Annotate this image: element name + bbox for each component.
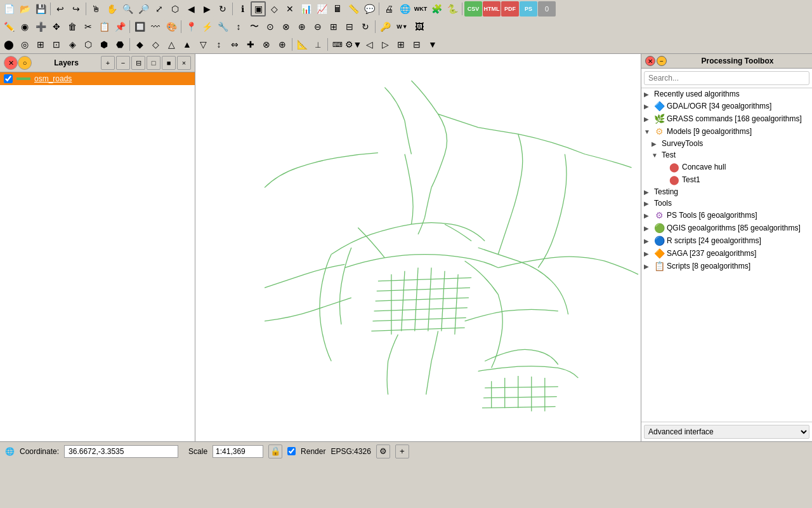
merge-btn[interactable]: ⊞ bbox=[326, 19, 341, 34]
snap-btn[interactable]: 🔲 bbox=[132, 19, 147, 34]
remove-layer-btn[interactable]: − bbox=[116, 56, 130, 70]
tree-item-ps-tools[interactable]: ▶ ⚙ PS Tools [6 geoalgorithms] bbox=[641, 209, 812, 222]
render-checkbox[interactable] bbox=[287, 447, 296, 455]
tree-item-testing[interactable]: ▶ Testing bbox=[641, 186, 812, 197]
coordinate-input[interactable] bbox=[64, 445, 178, 458]
pdf-btn[interactable]: PDF bbox=[501, 1, 519, 17]
add-layer-btn[interactable]: + bbox=[101, 56, 115, 70]
delete-btn[interactable]: 🗑 bbox=[65, 19, 80, 34]
counter-btn[interactable]: 0 bbox=[538, 1, 556, 17]
tree-item-test1[interactable]: ⬤ Test1 bbox=[641, 173, 812, 186]
cut-btn[interactable]: ✂ bbox=[81, 19, 96, 34]
rotate-btn[interactable]: ↻ bbox=[358, 19, 373, 34]
move-feature-btn[interactable]: ✥ bbox=[49, 19, 64, 34]
open-styling-btn[interactable]: □ bbox=[147, 56, 160, 70]
zoom-full-btn[interactable]: ⤢ bbox=[152, 1, 167, 17]
zoom-prev-btn[interactable]: ◀ bbox=[183, 1, 199, 17]
print-btn[interactable]: 🖨 bbox=[381, 1, 396, 17]
vect17-btn[interactable]: ⊗ bbox=[259, 37, 274, 52]
vect16-btn[interactable]: ✚ bbox=[243, 37, 258, 52]
terminal-btn[interactable]: ⌨ bbox=[330, 37, 345, 52]
tree-item-r-scripts[interactable]: ▶ 🔵 R scripts [24 geoalgorithms] bbox=[641, 234, 812, 247]
select-btn[interactable]: 🖱 bbox=[88, 1, 103, 17]
close-layers-x-btn[interactable]: ✕ bbox=[4, 56, 18, 70]
zoom-out-btn[interactable]: 🔎 bbox=[136, 1, 151, 17]
vect15-btn[interactable]: ⇔ bbox=[227, 37, 242, 52]
fill-btn[interactable]: 🎨 bbox=[164, 19, 179, 34]
tree-item-grass[interactable]: ▶ 🌿 GRASS commands [168 geoalgorithms] bbox=[641, 112, 812, 125]
edit-extra-btn[interactable]: 🔑 bbox=[377, 19, 393, 34]
pan-btn[interactable]: ✋ bbox=[104, 1, 119, 17]
vect13-btn[interactable]: ▽ bbox=[195, 37, 211, 52]
vect4-btn[interactable]: ⊡ bbox=[49, 37, 64, 52]
edit-node-btn[interactable]: ◉ bbox=[17, 19, 32, 34]
epsg-settings-btn[interactable]: ⚙ bbox=[376, 444, 390, 458]
vect6-btn[interactable]: ⬡ bbox=[81, 37, 96, 52]
interface-mode-select[interactable]: Advanced interface Simplified interface bbox=[644, 425, 809, 439]
snap-tol-btn[interactable]: 📐 bbox=[294, 37, 310, 52]
vect12-btn[interactable]: ▲ bbox=[180, 37, 195, 52]
ext3-btn[interactable]: ⊞ bbox=[393, 37, 409, 52]
ps-btn[interactable]: PS bbox=[520, 1, 537, 17]
close-layers-o-btn[interactable]: ○ bbox=[18, 56, 32, 70]
styling-btn[interactable]: ■ bbox=[162, 56, 176, 70]
tree-item-models[interactable]: ▼ ⚙ Models [9 geoalgorithms] bbox=[641, 125, 812, 138]
open-attr-btn[interactable]: 📊 bbox=[298, 1, 313, 17]
simplify-btn[interactable]: 〜 bbox=[247, 19, 262, 34]
zoom-layer-btn[interactable]: ⬡ bbox=[167, 1, 183, 17]
refresh-btn[interactable]: ↻ bbox=[215, 1, 230, 17]
vect1-btn[interactable]: ⬤ bbox=[1, 37, 16, 52]
layer-visibility-checkbox[interactable] bbox=[4, 74, 13, 83]
plugin-btn[interactable]: 🧩 bbox=[429, 1, 444, 17]
browser-btn[interactable]: 🌐 bbox=[397, 1, 412, 17]
tree-item-scripts[interactable]: ▶ 📋 Scripts [8 geoalgorithms] bbox=[641, 260, 812, 272]
vect3-btn[interactable]: ⊞ bbox=[33, 37, 48, 52]
filter-layers-btn[interactable]: ⊟ bbox=[131, 56, 145, 70]
identify-btn[interactable]: ℹ bbox=[235, 1, 250, 17]
new-project-btn[interactable]: 📄 bbox=[1, 1, 16, 17]
save-btn[interactable]: 💾 bbox=[33, 1, 48, 17]
undo-btn[interactable]: ↩ bbox=[53, 1, 68, 17]
map-area[interactable] bbox=[195, 54, 641, 441]
tree-item-saga[interactable]: ▶ 🔶 SAGA [237 geoalgorithms] bbox=[641, 247, 812, 260]
vect5-btn[interactable]: ◈ bbox=[65, 37, 80, 52]
vect18-btn[interactable]: ⊕ bbox=[275, 37, 290, 52]
offset-btn[interactable]: ↕ bbox=[231, 19, 246, 34]
scale-input[interactable] bbox=[213, 445, 263, 458]
trace-btn[interactable]: 〰 bbox=[148, 19, 163, 34]
vect9-btn[interactable]: ◆ bbox=[132, 37, 147, 52]
tree-item-test[interactable]: ▼ Test bbox=[641, 149, 812, 161]
vect11-btn[interactable]: △ bbox=[164, 37, 179, 52]
copy-btn[interactable]: 📋 bbox=[96, 19, 112, 34]
render-btn[interactable]: 🖼 bbox=[412, 19, 427, 34]
layer-item-osm-roads[interactable]: osm_roads bbox=[0, 72, 195, 85]
edit-pen-btn[interactable]: ✏️ bbox=[1, 19, 16, 34]
del-ring-btn[interactable]: ⊗ bbox=[278, 19, 294, 34]
settings-btn[interactable]: ⚙▼ bbox=[346, 37, 361, 52]
add-part-btn[interactable]: ⊕ bbox=[294, 19, 310, 34]
tree-item-tools[interactable]: ▶ Tools bbox=[641, 197, 812, 209]
status-plus-btn[interactable]: + bbox=[395, 444, 409, 458]
tree-item-survey[interactable]: ▶ SurveyTools bbox=[641, 138, 812, 149]
vect7-btn[interactable]: ⬢ bbox=[96, 37, 112, 52]
ext1-btn[interactable]: ◁ bbox=[362, 37, 377, 52]
attr-merge-btn[interactable]: ⊟ bbox=[342, 19, 357, 34]
toolbox-minimize-btn[interactable]: − bbox=[657, 56, 667, 66]
calc-btn[interactable]: 🖩 bbox=[330, 1, 345, 17]
open-project-btn[interactable]: 📂 bbox=[17, 1, 32, 17]
add-feature-btn[interactable]: ➕ bbox=[33, 19, 48, 34]
tree-item-gdal[interactable]: ▶ 🔷 GDAL/OGR [34 geoalgorithms] bbox=[641, 100, 812, 112]
ortho-btn[interactable]: ⟂ bbox=[310, 37, 325, 52]
stat-btn[interactable]: 📈 bbox=[314, 1, 329, 17]
csv-btn[interactable]: CSV bbox=[464, 1, 482, 17]
select-poly-btn[interactable]: ◇ bbox=[266, 1, 282, 17]
close-layers-btn[interactable]: × bbox=[177, 56, 191, 70]
zoom-in-btn[interactable]: 🔍 bbox=[120, 1, 135, 17]
scale-lock-btn[interactable]: 🔒 bbox=[268, 444, 282, 458]
tree-item-qgis-geo[interactable]: ▶ 🟢 QGIS geoalgorithms [85 geoalgorithms… bbox=[641, 222, 812, 234]
ext5-btn[interactable]: ▼ bbox=[425, 37, 440, 52]
vect14-btn[interactable]: ↕ bbox=[211, 37, 226, 52]
html-btn[interactable]: HTML bbox=[483, 1, 501, 17]
vect2-btn[interactable]: ◎ bbox=[17, 37, 32, 52]
measure-btn[interactable]: 📏 bbox=[346, 1, 361, 17]
